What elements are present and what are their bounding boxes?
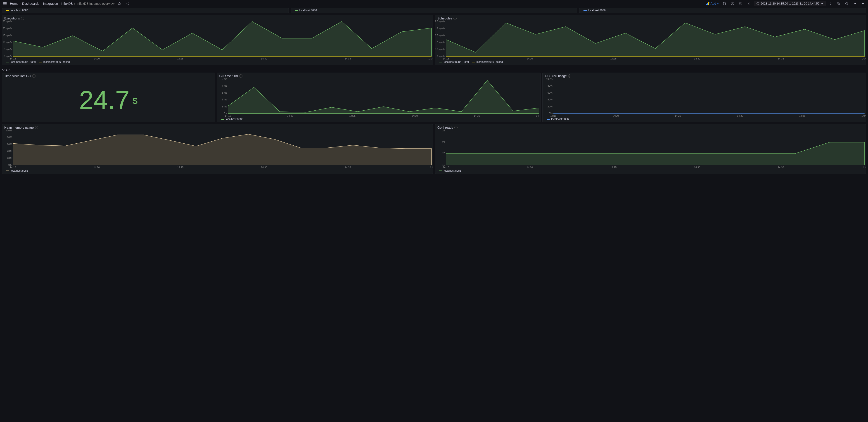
svg-text:14:15: 14:15 (551, 115, 557, 117)
executions-chart[interactable]: 0 ops/s5 ops/s10 ops/s15 ops/s20 ops/s25… (2, 20, 433, 60)
dashboard-body[interactable]: localhost:8086 localhost:8086 localhost:… (0, 7, 868, 422)
heap-panel[interactable]: Heap memory usagei 0%20%40%60%80%100%14:… (2, 124, 433, 174)
svg-text:100%: 100% (6, 129, 12, 132)
schedules-panel[interactable]: Schedulesi 0 ops/s0.5 ops/s1 ops/s1.5 op… (435, 15, 866, 65)
timerange-back-button[interactable] (746, 0, 752, 7)
info-icon[interactable]: i (32, 74, 35, 78)
heap-chart[interactable]: 0%20%40%60%80%100%14:1514:2014:2514:3014… (2, 129, 433, 169)
gc-cpu-chart[interactable]: 0%20%40%60%80%100%14:1514:2014:2514:3014… (542, 78, 866, 117)
breadcrumb-separator: › (41, 2, 42, 5)
svg-text:14:25: 14:25 (675, 115, 681, 117)
svg-text:3 ms: 3 ms (222, 91, 227, 94)
svg-text:80%: 80% (548, 84, 553, 87)
svg-text:0.5 ops/s: 0.5 ops/s (435, 48, 445, 51)
add-button[interactable]: + Add (706, 2, 719, 5)
legend-item[interactable]: localhost:8086 (221, 118, 243, 121)
zoom-out-button[interactable] (835, 0, 842, 7)
legend-item[interactable]: localhost:8086 - total (6, 60, 36, 64)
legend-item[interactable]: localhost:8086 - failed (472, 60, 503, 64)
svg-rect-3 (706, 4, 707, 5)
settings-button[interactable] (738, 0, 744, 7)
gc-time-panel[interactable]: GC time / 1mi 0 s1 ms2 ms3 ms4 ms5 ms14:… (217, 72, 541, 122)
legend-item[interactable]: localhost:8086 (547, 118, 568, 121)
breadcrumb-home[interactable]: Home (10, 2, 18, 5)
save-icon (722, 2, 726, 5)
legend-item[interactable]: localhost:8086 - total (439, 60, 469, 64)
time-since-gc-panel[interactable]: Time since last GCi 24.7 s (2, 72, 215, 122)
svg-text:25 ops/s: 25 ops/s (2, 20, 12, 23)
svg-text:100%: 100% (546, 78, 553, 80)
svg-text:22: 22 (442, 129, 445, 132)
executions-panel[interactable]: Executionsi 0 ops/s5 ops/s10 ops/s15 ops… (2, 15, 433, 65)
favorite-button[interactable] (116, 0, 123, 7)
swatch-icon (472, 62, 475, 62)
kiosk-button[interactable] (860, 0, 866, 7)
breadcrumb-separator: › (20, 2, 21, 5)
svg-text:14:25: 14:25 (177, 57, 184, 60)
star-icon (118, 2, 121, 5)
timerange-text: 2023-11-20 14:15:00 to 2023-11-20 14:44:… (761, 2, 819, 5)
partial-panel-0: localhost:8086 (2, 8, 289, 13)
legend-label: localhost:8086 (588, 9, 606, 12)
chevron-down-icon (717, 2, 719, 5)
chevron-down-icon (2, 69, 4, 71)
info-icon[interactable]: i (21, 17, 24, 20)
legend-item[interactable]: localhost:8086 - failed (39, 60, 70, 64)
section-go-header[interactable]: Go (2, 67, 866, 72)
svg-text:14:40: 14:40 (428, 57, 433, 60)
svg-text:5 ms: 5 ms (222, 78, 227, 80)
svg-text:1 ms: 1 ms (222, 105, 227, 108)
gc-cpu-panel[interactable]: GC CPU usagei 0%20%40%60%80%100%14:1514:… (542, 72, 866, 122)
legend-item[interactable]: localhost:8086 (6, 9, 28, 12)
threads-panel[interactable]: Go threadsi 1920212214:1514:2014:2514:30… (435, 124, 866, 174)
svg-rect-4 (707, 3, 708, 5)
svg-text:14:40: 14:40 (862, 57, 866, 60)
svg-text:14:30: 14:30 (694, 57, 701, 60)
info-icon[interactable]: i (239, 74, 243, 78)
legend-item[interactable]: localhost:8086 (295, 9, 317, 12)
swatch-icon (439, 62, 442, 62)
gear-icon (739, 2, 742, 5)
info-icon[interactable]: i (35, 126, 38, 129)
topbar: Home › Dashboards › Integration - Influx… (0, 0, 868, 7)
share-button[interactable] (124, 0, 131, 7)
info-circle-icon (731, 2, 734, 5)
svg-text:1.5 ops/s: 1.5 ops/s (435, 34, 445, 37)
schedules-chart[interactable]: 0 ops/s0.5 ops/s1 ops/s1.5 ops/s2 ops/s2… (435, 20, 866, 60)
section-title: Go (6, 68, 10, 72)
svg-text:14:25: 14:25 (177, 166, 184, 169)
legend-label: localhost:8086 - failed (43, 60, 70, 64)
legend-label: localhost:8086 (444, 169, 461, 172)
svg-text:14:15: 14:15 (225, 115, 231, 117)
info-icon[interactable]: i (454, 17, 457, 20)
chevron-up-icon (862, 2, 864, 5)
threads-chart[interactable]: 1920212214:1514:2014:2514:3014:3514:40 (435, 129, 866, 169)
info-icon[interactable]: i (568, 74, 571, 78)
timerange-forward-button[interactable] (827, 0, 834, 7)
legend-item[interactable]: localhost:8086 (439, 169, 461, 172)
panel-title: Heap memory usagei (2, 124, 433, 129)
dashboard-insights-button[interactable] (730, 0, 736, 7)
breadcrumb: Home › Dashboards › Integration - Influx… (10, 2, 115, 5)
svg-text:14:15: 14:15 (443, 166, 449, 169)
svg-point-0 (126, 3, 127, 4)
svg-text:80%: 80% (7, 136, 12, 139)
menu-button[interactable] (2, 0, 8, 7)
refresh-button[interactable] (844, 0, 850, 7)
breadcrumb-dashboards[interactable]: Dashboards (22, 2, 39, 5)
chevron-down-icon (854, 2, 856, 5)
svg-text:5 ops/s: 5 ops/s (4, 48, 12, 51)
svg-text:15 ops/s: 15 ops/s (2, 34, 12, 37)
breadcrumb-current: InfluxDB instance overview (76, 2, 115, 5)
info-icon[interactable]: i (454, 126, 458, 129)
legend-item[interactable]: localhost:8086 (6, 169, 28, 172)
refresh-interval-button[interactable] (852, 0, 858, 7)
legend-item[interactable]: localhost:8086 (584, 9, 606, 12)
breadcrumb-folder[interactable]: Integration - InfluxDB (43, 2, 73, 5)
timerange-picker[interactable]: 2023-11-20 14:15:00 to 2023-11-20 14:44:… (754, 1, 826, 6)
gc-time-chart[interactable]: 0 s1 ms2 ms3 ms4 ms5 ms14:1514:2014:2514… (217, 78, 540, 117)
save-button[interactable] (721, 0, 727, 7)
panel-title: Time since last GCi (2, 73, 215, 78)
svg-text:14:40: 14:40 (862, 115, 866, 117)
svg-text:14:20: 14:20 (287, 115, 293, 117)
